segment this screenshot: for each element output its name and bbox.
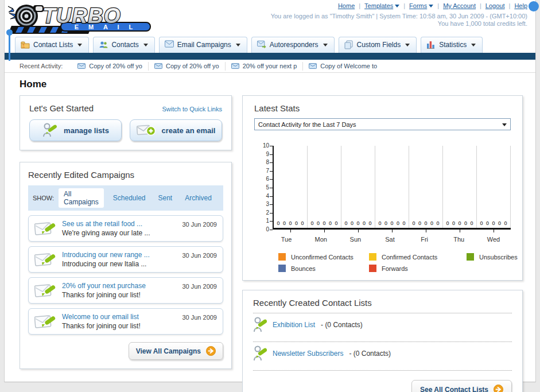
chart-legend: Unconfirmed ContactsConfirmed ContactsUn… (278, 253, 511, 272)
top-link-help[interactable]: Help (514, 2, 527, 9)
y-tick-label: 3 (259, 201, 269, 207)
top-link-my-account[interactable]: My Account (443, 2, 476, 9)
envelope-plus-icon (137, 123, 156, 137)
tab-email-campaigns[interactable]: Email Campaigns (159, 37, 247, 53)
top-link-home[interactable]: Home (338, 2, 355, 9)
stats-dropdown-value: Contact Activity for the Last 7 Days (258, 121, 356, 128)
bar-value-labels: 00000 (443, 220, 476, 226)
campaign-card[interactable]: Introducing our new range ...Introducing… (28, 246, 223, 273)
y-tick-mark (270, 146, 273, 146)
create-email-button[interactable]: create an email (130, 119, 222, 141)
x-tick-label: Thu (442, 236, 476, 243)
envelope-small-icon (77, 63, 86, 69)
tab-contact-lists[interactable]: Contact Lists (15, 37, 89, 53)
bar-value: 0 (480, 220, 483, 226)
y-tick-mark (270, 230, 273, 230)
help-bubble-icon[interactable] (529, 1, 539, 11)
show-label: SHOW: (33, 195, 54, 201)
envelope-small-icon (231, 63, 239, 69)
contacts-icon (99, 40, 108, 49)
campaign-title-link[interactable]: See us at the retail food ... (62, 220, 176, 228)
campaign-subtitle: Thanks for joining our list! (62, 322, 176, 330)
logo-title: TURBO (42, 4, 121, 28)
filter-all-campaigns[interactable]: All Campaigns (59, 188, 104, 208)
x-tick-mark (460, 230, 460, 232)
y-tick-mark (270, 221, 273, 222)
legend-item-forwards: Forwards (369, 265, 467, 272)
recent-activity-item[interactable]: Copy of 20% off yo (72, 62, 149, 71)
bar-value: 0 (402, 220, 405, 226)
top-link-templates[interactable]: Templates (364, 2, 399, 9)
legend-item-unconfirmed-contacts: Unconfirmed Contacts (278, 253, 369, 261)
legend-swatch (278, 253, 286, 261)
chevron-down-icon (236, 44, 240, 46)
recent-activity-item[interactable]: Copy of Welcome to (303, 62, 383, 71)
filter-sent[interactable]: Sent (157, 192, 174, 204)
contact-list-link[interactable]: Exhibition List (273, 321, 315, 329)
tab-label: Custom Fields (357, 41, 401, 49)
x-tick-label: Mon (304, 236, 338, 243)
bar-value: 0 (323, 220, 325, 226)
tab-autoresponders[interactable]: Autoresponders (251, 37, 335, 53)
bar-value: 0 (356, 220, 359, 226)
chart-group-fri: 00000 (409, 146, 443, 228)
turbo-email-logo[interactable]: E M A I L TURBO (6, 2, 156, 37)
bar-value: 0 (335, 220, 337, 226)
envelope-icon (165, 40, 174, 49)
tab-contacts[interactable]: Contacts (93, 37, 154, 53)
y-tick-label: 9 (259, 151, 269, 157)
manage-lists-button[interactable]: manage lists (29, 119, 122, 141)
legend-label: Forwards (382, 265, 408, 272)
tab-statistics[interactable]: Statistics (421, 37, 483, 53)
tab-custom-fields[interactable]: Custom Fields (339, 37, 417, 53)
recent-activity-item[interactable]: 20% off your next p (226, 62, 304, 71)
stats-dropdown[interactable]: Contact Activity for the Last 7 Days (254, 118, 511, 130)
recent-activity-item[interactable]: Copy of 20% off yo (149, 62, 226, 71)
bar-value: 0 (446, 220, 449, 226)
bar-value-labels: 00000 (409, 220, 442, 226)
chevron-down-icon (395, 5, 399, 7)
campaign-title-link[interactable]: Introducing our new range ... (62, 251, 176, 259)
view-all-campaigns-button[interactable]: View All Campaigns (129, 342, 223, 360)
tab-label: Contacts (111, 41, 138, 49)
chart-group-sat: 00000 (375, 146, 409, 228)
person-pencil-sm-icon (253, 346, 267, 362)
campaign-card[interactable]: Welcome to our email listThanks for join… (28, 308, 223, 335)
bar-value: 0 (436, 220, 439, 226)
contact-list-item[interactable]: Newsletter Subscribers- (0 Contacts) (253, 342, 512, 365)
filter-archived[interactable]: Archived (184, 192, 213, 204)
pages-icon (344, 40, 353, 49)
campaign-subtitle: We're giving away our late ... (62, 229, 176, 237)
turbo-graphic (8, 5, 44, 28)
x-tick-mark (392, 230, 393, 232)
main-nav: Contact ListsContactsEmail CampaignsAuto… (5, 37, 535, 53)
see-all-contact-lists-label: See All Contact Lists (420, 386, 488, 392)
switch-quick-links[interactable]: Switch to Quick Links (162, 106, 222, 112)
campaign-title-link[interactable]: Welcome to our email list (62, 313, 176, 321)
legend-label: Unconfirmed Contacts (291, 254, 353, 261)
tab-label: Email Campaigns (177, 41, 231, 49)
bar-value: 0 (317, 220, 320, 226)
y-tick-label: 1 (259, 218, 269, 224)
bar-value: 0 (301, 220, 304, 226)
campaign-card[interactable]: 20% off your next purchaseThanks for joi… (28, 277, 223, 304)
bar-value: 0 (363, 220, 366, 226)
top-link-forms[interactable]: Forms (409, 2, 433, 9)
filter-scheduled[interactable]: Scheduled (112, 192, 147, 204)
chart-group-thu: 00000 (443, 146, 477, 228)
bar-value: 0 (310, 220, 313, 226)
x-tick-label: Fri (407, 236, 442, 243)
campaign-title-link[interactable]: 20% off your next purchase (62, 282, 176, 290)
contact-list-item[interactable]: Exhibition List- (0 Contacts) (253, 313, 512, 336)
contact-list-link[interactable]: Newsletter Subscribers (273, 350, 343, 358)
logo-pin-line (9, 33, 10, 61)
see-all-contact-lists-button[interactable]: See All Contact Lists (411, 380, 512, 392)
bar-value: 0 (486, 220, 489, 226)
campaign-card[interactable]: See us at the retail food ...We're givin… (28, 215, 223, 242)
bar-value: 0 (351, 220, 353, 226)
x-tick-label: Sun (338, 236, 372, 243)
bar-value-labels: 00000 (375, 220, 409, 226)
envelope-pencil-icon (34, 282, 56, 299)
latest-stats-panel: Latest Stats Contact Activity for the La… (242, 95, 523, 281)
top-link-logout[interactable]: Logout (485, 2, 505, 9)
